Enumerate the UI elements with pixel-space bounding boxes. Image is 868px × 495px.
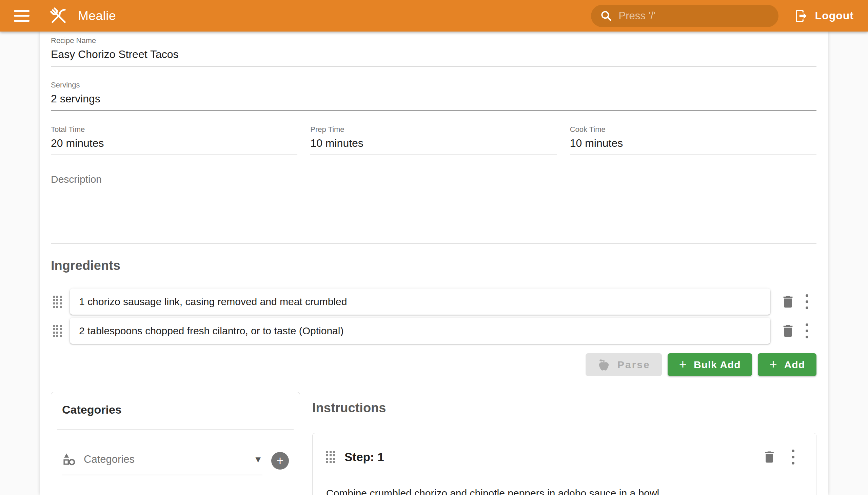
categories-card-title: Categories (62, 403, 289, 416)
kebab-menu-icon (806, 294, 808, 309)
mealie-logo-icon (48, 5, 69, 27)
add-category-button[interactable]: + (271, 452, 289, 470)
trash-icon (780, 294, 796, 309)
servings-field: Servings (51, 81, 816, 111)
drag-handle-icon[interactable] (53, 325, 64, 337)
recipe-name-field: Recipe Name (51, 36, 816, 66)
ingredients-heading: Ingredients (51, 258, 816, 273)
servings-label: Servings (51, 81, 816, 89)
shapes-icon (62, 452, 76, 466)
apple-icon (597, 358, 611, 372)
step-header: Step: 1 (326, 447, 803, 466)
time-fields-row: Total Time Prep Time Cook Time (51, 125, 816, 155)
add-label: Add (784, 359, 805, 371)
description-input[interactable] (51, 185, 816, 243)
categories-column: Categories Categories ▼ + (51, 392, 300, 495)
plus-icon: + (679, 358, 687, 371)
chevron-down-icon: ▼ (254, 454, 262, 465)
parse-button[interactable]: Parse (585, 353, 662, 376)
ingredient-actions-row: Parse + Bulk Add + Add (51, 353, 816, 376)
menu-icon[interactable] (13, 9, 31, 23)
logout-icon (794, 9, 808, 23)
delete-step-button[interactable] (760, 447, 779, 466)
total-time-label: Total Time (51, 125, 297, 134)
trash-icon (762, 449, 777, 464)
total-time-field: Total Time (51, 125, 297, 155)
ingredient-card (70, 289, 770, 314)
prep-time-input[interactable] (310, 134, 557, 155)
step-title: Step: 1 (344, 450, 384, 464)
bulk-add-label: Bulk Add (694, 359, 741, 371)
total-time-input[interactable] (51, 134, 297, 155)
app-title: Mealie (78, 9, 116, 23)
cook-time-field: Cook Time (570, 125, 816, 155)
prep-time-field: Prep Time (310, 125, 557, 155)
logout-label: Logout (815, 10, 854, 22)
delete-ingredient-button[interactable] (779, 292, 798, 311)
bottom-columns: Categories Categories ▼ + (51, 392, 816, 495)
delete-ingredient-button[interactable] (779, 321, 798, 340)
bulk-add-button[interactable]: + Bulk Add (668, 353, 752, 376)
ingredient-card (70, 318, 770, 344)
parse-label: Parse (617, 359, 650, 371)
trash-icon (780, 323, 796, 339)
description-label: Description (51, 174, 816, 185)
step-text[interactable]: Combine crumbled chorizo and chipotle pe… (326, 486, 803, 495)
divider (57, 429, 294, 430)
ingredient-row (51, 289, 816, 314)
categories-card: Categories Categories ▼ + (51, 392, 300, 495)
ingredient-menu-button[interactable] (798, 292, 816, 311)
instructions-heading: Instructions (312, 401, 816, 415)
categories-select-row: Categories ▼ + (62, 452, 289, 476)
ingredient-input[interactable] (79, 296, 761, 308)
servings-input[interactable] (51, 89, 816, 111)
cook-time-label: Cook Time (570, 125, 816, 134)
ingredient-menu-button[interactable] (798, 321, 816, 340)
prep-time-label: Prep Time (310, 125, 557, 134)
kebab-menu-icon (792, 449, 795, 464)
kebab-menu-icon (806, 323, 808, 338)
recipe-editor-card: Recipe Name Servings Total Time Prep Tim… (40, 32, 828, 495)
categories-select-label: Categories (84, 453, 135, 465)
app-bar: Mealie Logout (0, 0, 868, 32)
search-icon (600, 10, 613, 22)
plus-icon: + (769, 358, 777, 371)
plus-icon: + (276, 455, 284, 467)
ingredient-input[interactable] (79, 325, 761, 337)
step-menu-button[interactable] (784, 447, 803, 466)
step-card: Step: 1 Combine crumbled chorizo and chi… (312, 433, 816, 495)
drag-handle-icon[interactable] (53, 296, 64, 308)
categories-select[interactable]: Categories ▼ (62, 452, 262, 475)
instructions-column: Instructions Step: 1 Co (312, 392, 816, 495)
logout-button[interactable]: Logout (794, 9, 854, 23)
add-button[interactable]: + Add (758, 353, 816, 376)
cook-time-input[interactable] (570, 134, 816, 155)
drag-handle-icon[interactable] (326, 451, 338, 463)
recipe-name-input[interactable] (51, 45, 816, 66)
ingredient-row (51, 318, 816, 344)
search-bar[interactable] (591, 5, 779, 27)
search-input[interactable] (619, 10, 770, 22)
recipe-name-label: Recipe Name (51, 36, 816, 45)
